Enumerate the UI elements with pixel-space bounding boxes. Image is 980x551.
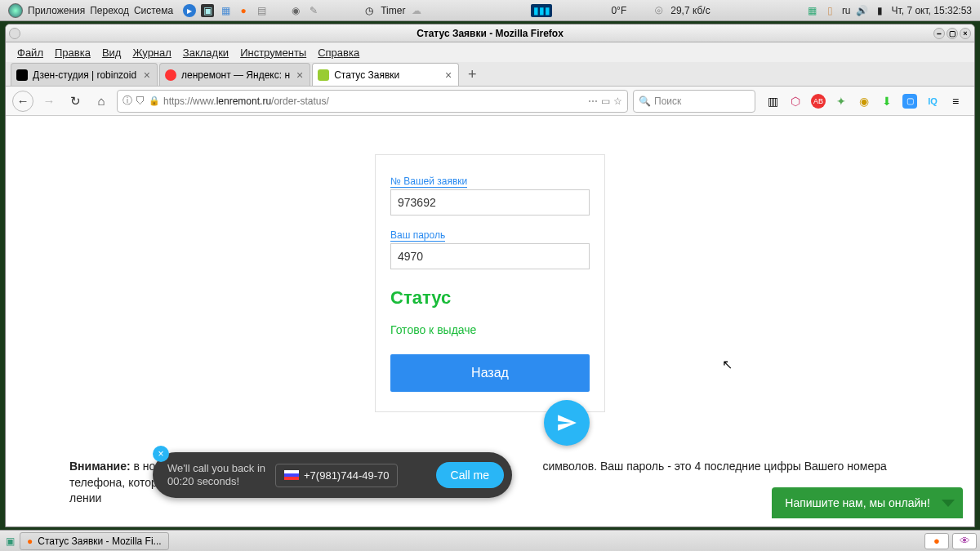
tab-yandex[interactable]: ленремонт — Яндекс: н × bbox=[159, 63, 310, 86]
callback-phone-box[interactable]: +7(981)744-49-70 bbox=[275, 464, 398, 487]
forward-button[interactable]: → bbox=[38, 91, 60, 112]
close-button[interactable]: × bbox=[960, 28, 971, 39]
shield-icon[interactable]: ⛉ bbox=[136, 96, 145, 107]
ext-icon-1[interactable]: ⬡ bbox=[788, 94, 803, 109]
menu-places[interactable]: Переход bbox=[90, 5, 129, 16]
clipboard-icon[interactable]: ▯ bbox=[824, 4, 837, 17]
tab-strip: Дзен-студия | robinzoid × ленремонт — Ян… bbox=[6, 62, 974, 87]
menu-bookmarks[interactable]: Закладки bbox=[183, 47, 229, 59]
volume-icon[interactable]: 🔊 bbox=[856, 4, 869, 17]
flag-ru-icon bbox=[284, 470, 299, 480]
menu-applications[interactable]: Приложения bbox=[28, 5, 85, 16]
tab-label: ленремонт — Яндекс: н bbox=[181, 69, 290, 81]
mouse-cursor-icon: ↖ bbox=[722, 357, 733, 372]
firefox-menubar: Файл Правка Вид Журнал Закладки Инструме… bbox=[6, 42, 974, 62]
url-bar[interactable]: ⓘ ⛉ 🔒 https://www.lenremont.ru/order-sta… bbox=[117, 90, 628, 113]
callback-text: We'll call you back in 00:20 seconds! bbox=[167, 462, 265, 487]
status-heading: Статус bbox=[390, 287, 590, 309]
show-desktop-icon[interactable]: ▣ bbox=[3, 535, 16, 548]
favicon-dzen-icon bbox=[16, 69, 28, 81]
chat-label: Напишите нам, мы онлайн! bbox=[785, 496, 930, 509]
favicon-lenremont-icon bbox=[318, 69, 329, 81]
wifi-icon[interactable]: ⦾ bbox=[653, 4, 666, 17]
ext-icon-2[interactable]: AB bbox=[811, 94, 826, 109]
password-label: Ваш пароль bbox=[390, 229, 445, 242]
lock-icon[interactable]: 🔒 bbox=[149, 96, 160, 106]
back-button-form[interactable]: Назад bbox=[390, 354, 590, 392]
ext-icon-5[interactable]: ⬇ bbox=[880, 94, 894, 109]
note-icon[interactable]: ▤ bbox=[255, 4, 268, 17]
call-me-button[interactable]: Call me bbox=[436, 462, 504, 488]
filemanager-icon[interactable]: ▦ bbox=[219, 4, 232, 17]
callback-close-button[interactable]: × bbox=[153, 446, 169, 462]
firefox-icon[interactable]: ● bbox=[237, 4, 250, 17]
menu-tools[interactable]: Инструменты bbox=[240, 47, 306, 59]
ext-icon-4[interactable]: ◉ bbox=[857, 94, 871, 109]
ext-icon-7[interactable]: IQ bbox=[925, 94, 940, 109]
menu-file[interactable]: Файл bbox=[17, 47, 43, 59]
search-placeholder: Поиск bbox=[654, 96, 681, 107]
search-icon: 🔍 bbox=[639, 96, 651, 107]
bookmark-star-icon[interactable]: ☆ bbox=[613, 96, 622, 107]
tab-label: Статус Заявки bbox=[334, 69, 439, 81]
menu-help[interactable]: Справка bbox=[318, 47, 359, 59]
tray-eye-icon[interactable]: 👁 bbox=[952, 533, 977, 549]
minimize-button[interactable]: ‒ bbox=[933, 28, 945, 39]
task-label: Статус Заявки - Mozilla Fi... bbox=[38, 535, 161, 547]
battery-icon[interactable]: ▮ bbox=[874, 4, 887, 17]
keyboard-layout[interactable]: ru bbox=[842, 5, 851, 16]
search-bar[interactable]: 🔍 Поиск bbox=[633, 90, 755, 113]
tab-close-icon[interactable]: × bbox=[443, 69, 453, 82]
weather-icon[interactable]: ☁ bbox=[410, 4, 423, 17]
back-button[interactable]: ← bbox=[12, 91, 33, 112]
tab-dzen[interactable]: Дзен-студия | robinzoid × bbox=[11, 63, 158, 86]
window-menu-icon[interactable] bbox=[9, 28, 20, 39]
chevron-down-icon bbox=[942, 500, 955, 507]
new-tab-button[interactable]: + bbox=[461, 63, 483, 86]
maximize-button[interactable]: ▢ bbox=[947, 28, 958, 39]
order-number-input[interactable] bbox=[390, 189, 590, 216]
page-actions-icon[interactable]: ⋯ bbox=[588, 96, 598, 107]
library-icon[interactable]: ▥ bbox=[765, 94, 780, 109]
distro-logo-icon[interactable] bbox=[8, 3, 23, 18]
menu-view[interactable]: Вид bbox=[102, 47, 122, 59]
callback-phone: +7(981)744-49-70 bbox=[304, 469, 389, 482]
ext-icon-3[interactable]: ✦ bbox=[834, 94, 849, 109]
navigation-toolbar: ← → ↻ ⌂ ⓘ ⛉ 🔒 https://www.lenremont.ru/o… bbox=[6, 87, 974, 116]
tab-status[interactable]: Статус Заявки × bbox=[312, 63, 459, 86]
player-icon[interactable]: ▸ bbox=[183, 4, 196, 17]
ext-icon-6[interactable]: ▢ bbox=[902, 94, 917, 109]
tab-label: Дзен-студия | robinzoid bbox=[33, 69, 137, 81]
favicon-yandex-icon bbox=[165, 69, 176, 81]
tab-close-icon[interactable]: × bbox=[142, 69, 152, 82]
timer-icon[interactable]: ◷ bbox=[363, 4, 376, 17]
info-icon[interactable]: ⓘ bbox=[122, 94, 132, 108]
callback-widget: We'll call you back in 00:20 seconds! +7… bbox=[153, 452, 512, 498]
timer-label: Timer bbox=[381, 5, 405, 16]
menu-system[interactable]: Система bbox=[134, 5, 173, 16]
menu-history[interactable]: Журнал bbox=[132, 47, 171, 59]
netspeed-label: 29,7 кб/с bbox=[670, 5, 710, 16]
home-button[interactable]: ⌂ bbox=[91, 91, 112, 112]
terminal-icon[interactable]: ▣ bbox=[201, 4, 214, 17]
order-number-label: № Вашей заявки bbox=[390, 176, 467, 188]
editor-icon[interactable]: ✎ bbox=[307, 4, 320, 17]
reader-icon[interactable]: ▭ bbox=[601, 96, 610, 107]
window-title: Статус Заявки - Mozilla Firefox bbox=[416, 28, 564, 39]
tray-firefox-icon[interactable]: ● bbox=[924, 533, 949, 549]
monitor-icon[interactable]: ▮▮▮ bbox=[531, 4, 552, 17]
tray-icon-1[interactable]: ▦ bbox=[806, 4, 819, 17]
send-fab[interactable] bbox=[544, 400, 590, 446]
reload-button[interactable]: ↻ bbox=[65, 91, 86, 112]
taskbar-firefox[interactable]: ● Статус Заявки - Mozilla Fi... bbox=[20, 532, 169, 550]
chat-widget[interactable]: Напишите нам, мы онлайн! bbox=[772, 487, 963, 518]
menu-edit[interactable]: Правка bbox=[55, 47, 91, 59]
tab-close-icon[interactable]: × bbox=[295, 69, 305, 82]
clock[interactable]: Чт, 7 окт, 15:32:53 bbox=[892, 5, 972, 16]
status-value: Готово к выдаче bbox=[390, 323, 590, 336]
window-titlebar[interactable]: Статус Заявки - Mozilla Firefox ‒ ▢ × bbox=[6, 24, 974, 42]
toolbar-extensions: ▥ ⬡ AB ✦ ◉ ⬇ ▢ IQ ≡ bbox=[760, 94, 968, 109]
globe-icon[interactable]: ◉ bbox=[289, 4, 302, 17]
hamburger-menu-icon[interactable]: ≡ bbox=[948, 94, 963, 109]
password-input[interactable] bbox=[390, 243, 590, 269]
